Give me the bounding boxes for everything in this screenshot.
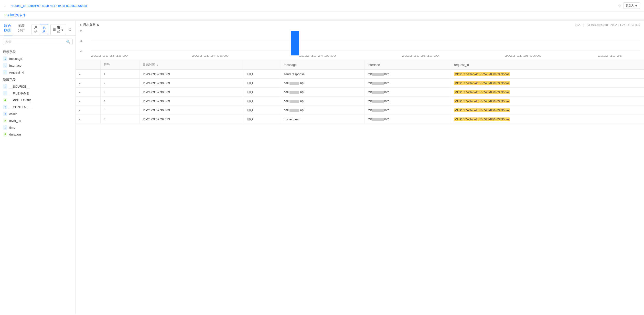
tab-raw-data[interactable]: 原始数据 xyxy=(4,24,12,35)
field-item-source[interactable]: t __SOURCE__ xyxy=(0,83,76,90)
field-type-badge-pkg-logid: # xyxy=(3,98,7,102)
field-type-badge-caller: t xyxy=(3,112,7,116)
table-body: ▶111-24 09:52:30.069⊟Qsend response/cn i… xyxy=(76,70,644,124)
svg-text:6: 6 xyxy=(80,30,82,33)
table-row: ▶511-24 09:52:30.069⊟Qcall api/cn infoa3… xyxy=(76,106,644,115)
row-interface: /cn info xyxy=(365,106,451,115)
row-request-id: a3b916f7-a3ab-4c17-b528-830c63895baa xyxy=(451,106,644,115)
log-count-label: 日志条数 xyxy=(83,23,96,27)
row-interface: /cn info xyxy=(365,97,451,106)
row-expand-cell[interactable]: ▶ xyxy=(76,115,100,124)
tab-chart-analysis[interactable]: 图表分析 xyxy=(18,24,26,35)
field-item-message[interactable]: t message xyxy=(0,55,76,62)
raw-view-button[interactable]: 原始 xyxy=(32,24,40,35)
row-message: send response xyxy=(281,70,365,79)
field-name-duration: duration xyxy=(9,133,21,136)
svg-text:2022-11-23 16:00: 2022-11-23 16:00 xyxy=(91,54,128,57)
display-fields-title: 显示字段 xyxy=(0,48,76,55)
row-interface: /cn info xyxy=(365,79,451,88)
row-search-icon-cell[interactable]: ⊟Q xyxy=(244,106,281,115)
row-search-icon-cell[interactable]: ⊟Q xyxy=(244,97,281,106)
divider xyxy=(0,19,644,21)
row-expand-cell[interactable]: ▶ xyxy=(76,79,100,88)
chart-title: ≡ 日志条数 6 xyxy=(80,23,99,27)
field-item-time[interactable]: t time xyxy=(0,124,76,131)
row-message: call api xyxy=(281,88,365,97)
field-type-badge-request-id: t xyxy=(3,70,7,74)
col-timestamp[interactable]: 日志时间 ↓ xyxy=(139,60,244,70)
svg-text:4: 4 xyxy=(80,39,82,42)
row-interface: /cn info xyxy=(365,88,451,97)
col-interface: interface xyxy=(365,60,451,70)
row-search-icon[interactable]: ⊟Q xyxy=(247,90,278,94)
row-expand-cell[interactable]: ▶ xyxy=(76,70,100,79)
chart-title-icon: ≡ xyxy=(80,23,82,27)
row-timestamp: 11-24 09:52:29.073 xyxy=(139,115,244,124)
row-search-icon[interactable]: ⊟Q xyxy=(247,117,278,121)
chart-svg: 6 4 2 2022-11-23 16:00 2022-11-24 06:00 … xyxy=(80,28,640,58)
chart-time-range: 2022-11-23 16:13:16.948 - 2022-11-26 16:… xyxy=(575,23,640,27)
field-type-badge-message: t xyxy=(3,56,7,61)
field-item-caller[interactable]: t caller xyxy=(0,110,76,117)
svg-text:2022-11-26: 2022-11-26 xyxy=(598,54,622,57)
row-expand-cell[interactable]: ▶ xyxy=(76,97,100,106)
field-item-duration[interactable]: # duration xyxy=(0,131,76,138)
field-item-content[interactable]: t __CONTENT__ xyxy=(0,103,76,110)
expand-icon[interactable]: ▶ xyxy=(79,73,80,76)
row-search-icon[interactable]: ⊟Q xyxy=(247,99,278,103)
search-input[interactable] xyxy=(5,40,66,44)
row-timestamp: 11-24 09:52:30.069 xyxy=(139,97,244,106)
time-range-button[interactable]: 近3天 ∨ xyxy=(623,2,640,9)
format-label: 格式 xyxy=(57,25,60,34)
row-search-icon[interactable]: ⊟Q xyxy=(247,81,278,85)
svg-text:2022-11-24 06:00: 2022-11-24 06:00 xyxy=(192,54,229,57)
col-search-icon xyxy=(244,60,281,70)
row-search-icon-cell[interactable]: ⊟Q xyxy=(244,88,281,97)
hidden-fields-list: t __SOURCE__ t __FILENAME__ # __PKG_LOGI… xyxy=(0,83,76,138)
row-search-icon[interactable]: ⊟Q xyxy=(247,108,278,112)
request-id-value: a3b916f7-a3ab-4c17-b528-830c63895baa xyxy=(454,108,510,112)
star-icon[interactable]: ☆ xyxy=(618,3,621,8)
settings-button[interactable]: ⚙ xyxy=(68,27,72,32)
field-name-request-id: request_id xyxy=(9,71,24,74)
expand-icon[interactable]: ▶ xyxy=(79,100,80,103)
row-interface: /cn info xyxy=(365,115,451,124)
row-interface: /cn info xyxy=(365,70,451,79)
expand-icon[interactable]: ▶ xyxy=(79,118,80,121)
sort-desc-icon: ↓ xyxy=(157,63,158,66)
format-button[interactable]: ☰ 格式 ∨ xyxy=(50,24,66,35)
expand-icon[interactable]: ▶ xyxy=(79,109,80,112)
field-name-content: __CONTENT__ xyxy=(9,105,32,109)
expand-icon[interactable]: ▶ xyxy=(79,91,80,94)
col-expand xyxy=(76,60,100,70)
row-request-id: a3b916f7-a3ab-4c17-b528-830c63895baa xyxy=(451,88,644,97)
row-expand-cell[interactable]: ▶ xyxy=(76,106,100,115)
row-search-icon-cell[interactable]: ⊟Q xyxy=(244,115,281,124)
col-request-id: request_id xyxy=(451,60,644,70)
field-name-interface: interface xyxy=(9,64,22,67)
sidebar: 原始数据 图表分析 原始 表格 ☰ 格式 ∨ ⚙ 🔍 xyxy=(0,21,76,314)
expand-icon[interactable]: ▶ xyxy=(79,82,80,85)
row-message: rcv request xyxy=(281,115,365,124)
field-item-level-no[interactable]: # level_no xyxy=(0,117,76,124)
field-item-pkg-logid[interactable]: # __PKG_LOGID__ xyxy=(0,97,76,103)
row-search-icon-cell[interactable]: ⊟Q xyxy=(244,70,281,79)
field-item-interface[interactable]: t interface xyxy=(0,62,76,69)
search-box: 🔍 xyxy=(3,38,72,45)
row-expand-cell[interactable]: ▶ xyxy=(76,88,100,97)
row-search-icon[interactable]: ⊟Q xyxy=(247,72,278,76)
table-view-button[interactable]: 表格 xyxy=(40,24,48,35)
row-request-id: a3b916f7-a3ab-4c17-b528-830c63895baa xyxy=(451,97,644,106)
field-item-request-id[interactable]: t request_id xyxy=(0,69,76,76)
request-id-value: a3b916f7-a3ab-4c17-b528-830c63895baa xyxy=(454,72,510,76)
table-row: ▶211-24 09:52:30.069⊟Qcall api/cn infoa3… xyxy=(76,79,644,88)
search-icon: 🔍 xyxy=(66,40,70,44)
chevron-down-icon: ∨ xyxy=(635,4,638,7)
add-filter-button[interactable]: + 添加过滤条件 xyxy=(0,11,644,19)
table-header-row: 行号 日志时间 ↓ message interface request_id xyxy=(76,60,644,70)
row-search-icon-cell[interactable]: ⊟Q xyxy=(244,79,281,88)
chart-body: 6 4 2 2022-11-23 16:00 2022-11-24 06:00 … xyxy=(80,28,640,58)
top-controls: 原始 表格 ☰ 格式 ∨ ⚙ xyxy=(32,24,72,35)
field-item-filename[interactable]: t __FILENAME__ xyxy=(0,90,76,97)
field-name-time: time xyxy=(9,126,16,129)
